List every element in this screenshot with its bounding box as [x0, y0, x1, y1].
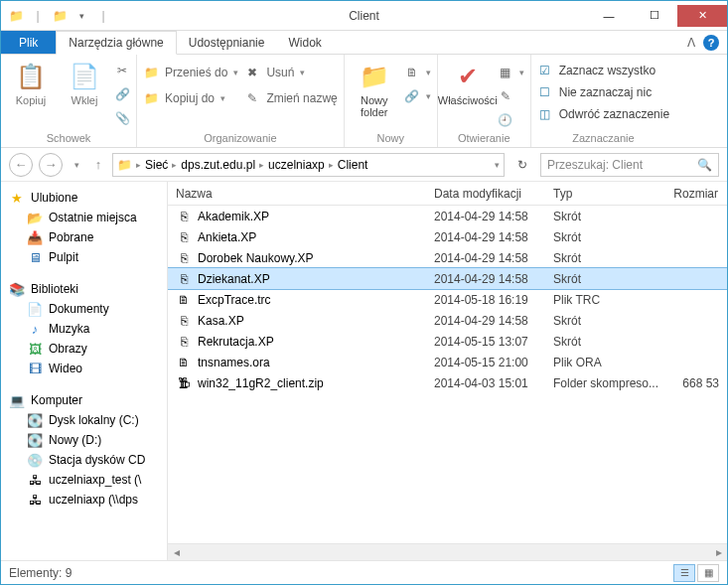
- file-icon: ⎘: [176, 313, 192, 329]
- table-row[interactable]: ⎘Ankieta.XP2014-04-29 14:58Skrót: [168, 226, 727, 247]
- table-row[interactable]: ⎘Dorobek Naukowy.XP2014-04-29 14:58Skrót: [168, 247, 727, 268]
- breadcrumb-item[interactable]: dps.zut.edu.pl: [181, 158, 255, 172]
- file-name: Dziekanat.XP: [198, 272, 270, 286]
- sidebar-item[interactable]: 📂Ostatnie miejsca: [9, 208, 167, 227]
- sidebar-computer[interactable]: 💻Komputer: [9, 390, 167, 410]
- navigation-pane[interactable]: ★Ulubione 📂Ostatnie miejsca 📥Pobrane 🖥Pu…: [1, 182, 168, 560]
- new-folder-button[interactable]: 📁Nowy folder: [351, 59, 398, 120]
- breadcrumb-item[interactable]: uczelniaxp: [268, 158, 325, 172]
- scroll-right-icon[interactable]: ▸: [710, 544, 727, 561]
- nav-row: ← → ▾ ↑ 📁 ▸Sieć ▸dps.zut.edu.pl ▸uczelni…: [1, 148, 727, 182]
- file-icon: ⎘: [176, 334, 192, 350]
- refresh-button[interactable]: ↻: [510, 153, 534, 177]
- copyto-button[interactable]: 📁Kopiuj do ▾: [143, 90, 238, 106]
- file-date: 2014-04-03 15:01: [426, 376, 545, 390]
- status-text: Elementy: 9: [9, 566, 72, 580]
- cut-button[interactable]: ✂: [114, 63, 130, 78]
- history-button[interactable]: 🕘: [498, 112, 524, 128]
- sidebar-libraries[interactable]: 📚Biblioteki: [9, 279, 167, 299]
- file-icon: ⎘: [176, 250, 192, 266]
- icons-view-button[interactable]: ▦: [697, 564, 719, 582]
- file-icon: 🗎: [176, 355, 192, 370]
- edit-button[interactable]: ✎: [498, 88, 524, 104]
- file-name: Dorobek Naukowy.XP: [198, 251, 314, 265]
- open-button[interactable]: ▦▾: [498, 65, 524, 80]
- sidebar-item[interactable]: 💿Stacja dysków CD: [9, 450, 167, 470]
- tab-share[interactable]: Udostępnianie: [177, 31, 277, 54]
- status-bar: Elementy: 9 ☰ ▦: [1, 560, 727, 584]
- file-type: Folder skompreso...: [545, 376, 664, 390]
- address-bar[interactable]: 📁 ▸Sieć ▸dps.zut.edu.pl ▸uczelniaxp ▸Cli…: [112, 153, 505, 177]
- maximize-button[interactable]: ☐: [632, 5, 677, 27]
- file-date: 2014-05-15 21:00: [426, 356, 545, 369]
- copy-button[interactable]: 📋Kopiuj: [7, 59, 55, 108]
- back-button[interactable]: ←: [9, 153, 33, 177]
- col-name[interactable]: Nazwa: [168, 187, 426, 201]
- table-row[interactable]: 🗎tnsnames.ora2014-05-15 21:00Plik ORA: [168, 352, 727, 372]
- table-row[interactable]: ⎘Dziekanat.XP2014-04-29 14:58Skrót: [168, 268, 727, 289]
- paste-shortcut-button[interactable]: 📎: [114, 110, 130, 126]
- table-row[interactable]: 🗎ExcpTrace.trc2014-05-18 16:19Plik TRC: [168, 289, 727, 310]
- collapse-ribbon-icon[interactable]: ᐱ: [687, 36, 695, 50]
- table-row[interactable]: ⎘Rekrutacja.XP2014-05-15 13:07Skrót: [168, 331, 727, 352]
- file-type: Skrót: [545, 272, 664, 286]
- file-date: 2014-05-18 16:19: [426, 293, 545, 307]
- file-name: tnsnames.ora: [198, 356, 270, 369]
- file-date: 2014-04-29 14:58: [426, 314, 545, 328]
- sidebar-item[interactable]: 🖧uczelniaxp_test (\: [9, 470, 167, 490]
- sidebar-favorites[interactable]: ★Ulubione: [9, 188, 167, 208]
- rename-button[interactable]: ✎Zmień nazwę: [244, 90, 337, 106]
- table-row[interactable]: ⎘Kasa.XP2014-04-29 14:58Skrót: [168, 310, 727, 331]
- folder-icon: 📁: [117, 158, 132, 172]
- tab-home[interactable]: Narzędzia główne: [56, 31, 176, 55]
- minimize-button[interactable]: —: [586, 5, 632, 27]
- col-size[interactable]: Rozmiar: [664, 187, 727, 201]
- easy-access-button[interactable]: 🔗▾: [404, 88, 431, 104]
- copypath-button[interactable]: 🔗: [114, 86, 130, 102]
- sidebar-item[interactable]: ♪Muzyka: [9, 319, 167, 339]
- sidebar-item[interactable]: 📄Dokumenty: [9, 299, 167, 319]
- group-label: Organizowanie: [143, 130, 338, 147]
- select-all-button[interactable]: ☑Zaznacz wszystko: [537, 63, 669, 78]
- search-box[interactable]: Przeszukaj: Client 🔍: [540, 153, 719, 177]
- breadcrumb-item[interactable]: Sieć: [145, 158, 168, 172]
- file-name: Ankieta.XP: [198, 230, 256, 244]
- select-invert-button[interactable]: ◫Odwróć zaznaczenie: [537, 106, 669, 122]
- ribbon-group-new: 📁Nowy folder 🗎▾ 🔗▾ Nowy: [345, 55, 438, 147]
- sidebar-item[interactable]: 🖼Obrazy: [9, 339, 167, 359]
- help-icon[interactable]: ?: [703, 35, 719, 51]
- file-icon: ⎘: [176, 229, 192, 245]
- select-none-button[interactable]: ☐Nie zaznaczaj nic: [537, 84, 669, 100]
- file-list-pane: Nazwa Data modyfikacji Typ Rozmiar ⎘Akad…: [168, 182, 727, 560]
- tab-view[interactable]: Widok: [276, 31, 333, 54]
- up-button[interactable]: ↑: [90, 153, 106, 177]
- details-view-button[interactable]: ☰: [673, 564, 695, 582]
- recent-dropdown[interactable]: ▾: [69, 153, 84, 177]
- col-type[interactable]: Typ: [545, 187, 664, 201]
- address-dropdown-icon[interactable]: ▾: [495, 160, 500, 170]
- window-controls: — ☐ ✕: [586, 5, 727, 27]
- sidebar-item[interactable]: 🖥Pulpit: [9, 247, 167, 267]
- paste-button[interactable]: 📄Wklej: [61, 59, 108, 108]
- sidebar-item[interactable]: 📥Pobrane: [9, 227, 167, 247]
- tab-file[interactable]: Plik: [1, 31, 56, 54]
- col-date[interactable]: Data modyfikacji: [426, 187, 545, 201]
- scroll-left-icon[interactable]: ◂: [168, 544, 185, 561]
- close-button[interactable]: ✕: [677, 5, 727, 27]
- qat-dropdown-icon[interactable]: ▾: [73, 7, 90, 25]
- table-row[interactable]: ⎘Akademik.XP2014-04-29 14:58Skrót: [168, 206, 727, 226]
- forward-button[interactable]: →: [39, 153, 63, 177]
- sidebar-item[interactable]: 🎞Wideo: [9, 359, 167, 378]
- new-folder-icon[interactable]: 📁: [51, 7, 69, 25]
- properties-button[interactable]: ✔Właściwości: [444, 59, 492, 108]
- breadcrumb-item[interactable]: Client: [338, 158, 368, 172]
- sidebar-item[interactable]: 💽Dysk lokalny (C:): [9, 410, 167, 430]
- new-item-button[interactable]: 🗎▾: [404, 65, 431, 80]
- sidebar-item[interactable]: 💽Nowy (D:): [9, 430, 167, 450]
- moveto-button[interactable]: 📁Przenieś do ▾: [143, 65, 238, 80]
- file-type: Plik ORA: [545, 356, 664, 369]
- sidebar-item[interactable]: 🖧uczelniaxp (\\dps: [9, 490, 167, 510]
- table-row[interactable]: 🗜win32_11gR2_client.zip2014-04-03 15:01F…: [168, 372, 727, 393]
- horizontal-scrollbar[interactable]: ◂ ▸: [168, 543, 727, 560]
- delete-button[interactable]: ✖Usuń ▾: [244, 65, 337, 80]
